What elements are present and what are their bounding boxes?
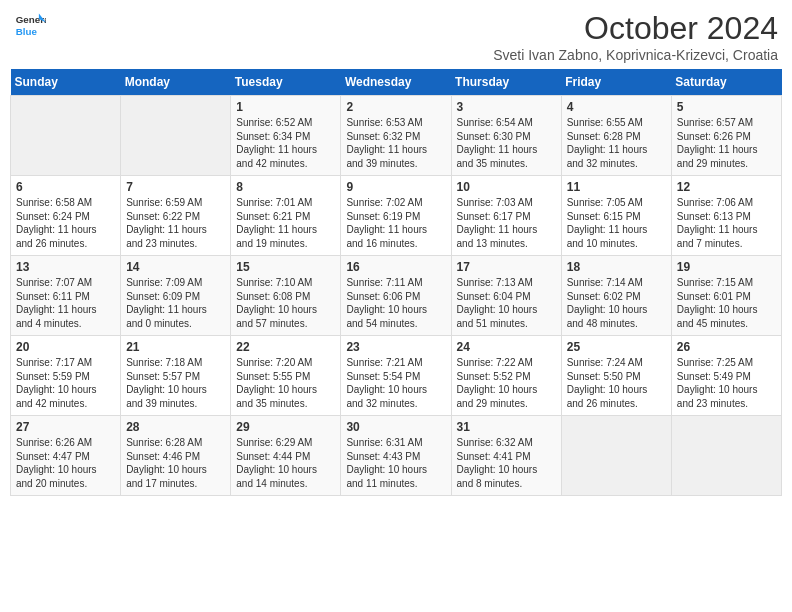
calendar-week-1: 1Sunrise: 6:52 AM Sunset: 6:34 PM Daylig… — [11, 96, 782, 176]
calendar-cell: 25Sunrise: 7:24 AM Sunset: 5:50 PM Dayli… — [561, 336, 671, 416]
day-number: 4 — [567, 100, 666, 114]
day-info: Sunrise: 6:31 AM Sunset: 4:43 PM Dayligh… — [346, 436, 445, 490]
day-info: Sunrise: 7:22 AM Sunset: 5:52 PM Dayligh… — [457, 356, 556, 410]
calendar-cell: 26Sunrise: 7:25 AM Sunset: 5:49 PM Dayli… — [671, 336, 781, 416]
day-number: 24 — [457, 340, 556, 354]
day-number: 23 — [346, 340, 445, 354]
day-number: 15 — [236, 260, 335, 274]
day-number: 2 — [346, 100, 445, 114]
day-number: 8 — [236, 180, 335, 194]
day-info: Sunrise: 7:21 AM Sunset: 5:54 PM Dayligh… — [346, 356, 445, 410]
header-monday: Monday — [121, 69, 231, 96]
day-number: 25 — [567, 340, 666, 354]
calendar-week-4: 20Sunrise: 7:17 AM Sunset: 5:59 PM Dayli… — [11, 336, 782, 416]
day-number: 27 — [16, 420, 115, 434]
calendar-cell: 22Sunrise: 7:20 AM Sunset: 5:55 PM Dayli… — [231, 336, 341, 416]
calendar-cell: 29Sunrise: 6:29 AM Sunset: 4:44 PM Dayli… — [231, 416, 341, 496]
calendar-cell: 9Sunrise: 7:02 AM Sunset: 6:19 PM Daylig… — [341, 176, 451, 256]
day-info: Sunrise: 7:24 AM Sunset: 5:50 PM Dayligh… — [567, 356, 666, 410]
calendar-cell: 10Sunrise: 7:03 AM Sunset: 6:17 PM Dayli… — [451, 176, 561, 256]
day-info: Sunrise: 6:59 AM Sunset: 6:22 PM Dayligh… — [126, 196, 225, 250]
calendar-cell: 17Sunrise: 7:13 AM Sunset: 6:04 PM Dayli… — [451, 256, 561, 336]
day-number: 17 — [457, 260, 556, 274]
calendar-cell: 4Sunrise: 6:55 AM Sunset: 6:28 PM Daylig… — [561, 96, 671, 176]
day-number: 22 — [236, 340, 335, 354]
calendar-cell: 20Sunrise: 7:17 AM Sunset: 5:59 PM Dayli… — [11, 336, 121, 416]
day-info: Sunrise: 7:25 AM Sunset: 5:49 PM Dayligh… — [677, 356, 776, 410]
subtitle: Sveti Ivan Zabno, Koprivnica-Krizevci, C… — [493, 47, 778, 63]
day-info: Sunrise: 7:15 AM Sunset: 6:01 PM Dayligh… — [677, 276, 776, 330]
day-info: Sunrise: 6:55 AM Sunset: 6:28 PM Dayligh… — [567, 116, 666, 170]
calendar-cell: 18Sunrise: 7:14 AM Sunset: 6:02 PM Dayli… — [561, 256, 671, 336]
calendar-cell: 6Sunrise: 6:58 AM Sunset: 6:24 PM Daylig… — [11, 176, 121, 256]
day-info: Sunrise: 6:54 AM Sunset: 6:30 PM Dayligh… — [457, 116, 556, 170]
day-info: Sunrise: 6:53 AM Sunset: 6:32 PM Dayligh… — [346, 116, 445, 170]
calendar-cell — [11, 96, 121, 176]
calendar-cell: 28Sunrise: 6:28 AM Sunset: 4:46 PM Dayli… — [121, 416, 231, 496]
title-block: October 2024 Sveti Ivan Zabno, Koprivnic… — [493, 10, 778, 63]
calendar-cell: 14Sunrise: 7:09 AM Sunset: 6:09 PM Dayli… — [121, 256, 231, 336]
day-number: 20 — [16, 340, 115, 354]
day-info: Sunrise: 6:28 AM Sunset: 4:46 PM Dayligh… — [126, 436, 225, 490]
day-number: 10 — [457, 180, 556, 194]
page-header: General Blue October 2024 Sveti Ivan Zab… — [10, 10, 782, 63]
calendar-cell: 7Sunrise: 6:59 AM Sunset: 6:22 PM Daylig… — [121, 176, 231, 256]
header-saturday: Saturday — [671, 69, 781, 96]
day-info: Sunrise: 6:57 AM Sunset: 6:26 PM Dayligh… — [677, 116, 776, 170]
day-info: Sunrise: 7:01 AM Sunset: 6:21 PM Dayligh… — [236, 196, 335, 250]
day-info: Sunrise: 7:03 AM Sunset: 6:17 PM Dayligh… — [457, 196, 556, 250]
calendar-cell: 23Sunrise: 7:21 AM Sunset: 5:54 PM Dayli… — [341, 336, 451, 416]
day-info: Sunrise: 7:20 AM Sunset: 5:55 PM Dayligh… — [236, 356, 335, 410]
day-number: 6 — [16, 180, 115, 194]
calendar-cell — [671, 416, 781, 496]
calendar-week-3: 13Sunrise: 7:07 AM Sunset: 6:11 PM Dayli… — [11, 256, 782, 336]
calendar-week-2: 6Sunrise: 6:58 AM Sunset: 6:24 PM Daylig… — [11, 176, 782, 256]
calendar-cell: 12Sunrise: 7:06 AM Sunset: 6:13 PM Dayli… — [671, 176, 781, 256]
calendar-cell: 2Sunrise: 6:53 AM Sunset: 6:32 PM Daylig… — [341, 96, 451, 176]
day-info: Sunrise: 6:52 AM Sunset: 6:34 PM Dayligh… — [236, 116, 335, 170]
day-info: Sunrise: 7:09 AM Sunset: 6:09 PM Dayligh… — [126, 276, 225, 330]
day-info: Sunrise: 7:02 AM Sunset: 6:19 PM Dayligh… — [346, 196, 445, 250]
day-number: 12 — [677, 180, 776, 194]
calendar-cell: 11Sunrise: 7:05 AM Sunset: 6:15 PM Dayli… — [561, 176, 671, 256]
day-number: 9 — [346, 180, 445, 194]
day-number: 11 — [567, 180, 666, 194]
day-info: Sunrise: 7:18 AM Sunset: 5:57 PM Dayligh… — [126, 356, 225, 410]
day-number: 18 — [567, 260, 666, 274]
day-number: 28 — [126, 420, 225, 434]
calendar-cell: 3Sunrise: 6:54 AM Sunset: 6:30 PM Daylig… — [451, 96, 561, 176]
day-number: 30 — [346, 420, 445, 434]
day-number: 5 — [677, 100, 776, 114]
day-info: Sunrise: 7:11 AM Sunset: 6:06 PM Dayligh… — [346, 276, 445, 330]
day-info: Sunrise: 7:13 AM Sunset: 6:04 PM Dayligh… — [457, 276, 556, 330]
calendar-cell — [561, 416, 671, 496]
day-number: 31 — [457, 420, 556, 434]
day-info: Sunrise: 7:05 AM Sunset: 6:15 PM Dayligh… — [567, 196, 666, 250]
day-info: Sunrise: 6:58 AM Sunset: 6:24 PM Dayligh… — [16, 196, 115, 250]
calendar-cell: 5Sunrise: 6:57 AM Sunset: 6:26 PM Daylig… — [671, 96, 781, 176]
calendar-cell: 19Sunrise: 7:15 AM Sunset: 6:01 PM Dayli… — [671, 256, 781, 336]
day-number: 1 — [236, 100, 335, 114]
header-sunday: Sunday — [11, 69, 121, 96]
svg-text:Blue: Blue — [16, 26, 38, 37]
calendar-cell: 16Sunrise: 7:11 AM Sunset: 6:06 PM Dayli… — [341, 256, 451, 336]
day-info: Sunrise: 7:17 AM Sunset: 5:59 PM Dayligh… — [16, 356, 115, 410]
calendar-cell: 27Sunrise: 6:26 AM Sunset: 4:47 PM Dayli… — [11, 416, 121, 496]
calendar-cell: 8Sunrise: 7:01 AM Sunset: 6:21 PM Daylig… — [231, 176, 341, 256]
calendar-cell: 24Sunrise: 7:22 AM Sunset: 5:52 PM Dayli… — [451, 336, 561, 416]
calendar-cell: 15Sunrise: 7:10 AM Sunset: 6:08 PM Dayli… — [231, 256, 341, 336]
day-info: Sunrise: 6:26 AM Sunset: 4:47 PM Dayligh… — [16, 436, 115, 490]
day-number: 13 — [16, 260, 115, 274]
calendar-cell: 13Sunrise: 7:07 AM Sunset: 6:11 PM Dayli… — [11, 256, 121, 336]
calendar-cell: 1Sunrise: 6:52 AM Sunset: 6:34 PM Daylig… — [231, 96, 341, 176]
month-title: October 2024 — [493, 10, 778, 47]
calendar-cell: 30Sunrise: 6:31 AM Sunset: 4:43 PM Dayli… — [341, 416, 451, 496]
day-number: 29 — [236, 420, 335, 434]
calendar-cell: 31Sunrise: 6:32 AM Sunset: 4:41 PM Dayli… — [451, 416, 561, 496]
day-info: Sunrise: 7:14 AM Sunset: 6:02 PM Dayligh… — [567, 276, 666, 330]
logo-icon: General Blue — [14, 10, 46, 42]
day-info: Sunrise: 6:32 AM Sunset: 4:41 PM Dayligh… — [457, 436, 556, 490]
day-number: 26 — [677, 340, 776, 354]
day-number: 7 — [126, 180, 225, 194]
calendar-header-row: SundayMondayTuesdayWednesdayThursdayFrid… — [11, 69, 782, 96]
